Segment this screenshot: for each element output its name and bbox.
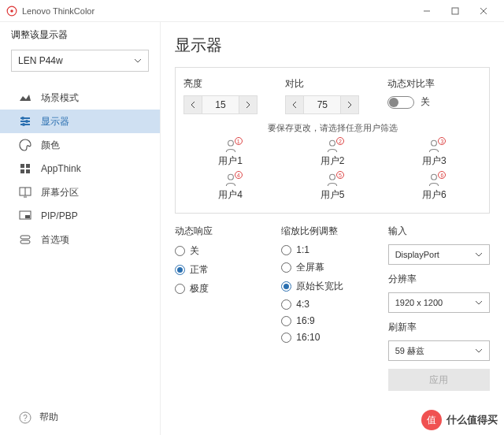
- user-preset-1[interactable]: 1用户1: [183, 139, 277, 168]
- sidebar-item-label: 显示器: [41, 115, 69, 128]
- svg-point-9: [21, 117, 24, 120]
- contrast-decrease-button[interactable]: [285, 95, 304, 114]
- chevron-down-icon: [475, 299, 483, 307]
- scaling-label: 缩放比例调整: [281, 225, 383, 238]
- brightness-stepper: 15: [183, 95, 277, 114]
- help-icon: ?: [19, 411, 32, 424]
- resolution-select[interactable]: 1920 x 1200: [388, 292, 490, 313]
- scaling-option[interactable]: 原始长宽比: [281, 280, 383, 293]
- radio-label: 16:9: [296, 315, 314, 326]
- sidebar-item-pip[interactable]: PIP/PBP: [0, 204, 160, 228]
- minimize-button[interactable]: [413, 0, 441, 22]
- radio-icon: [281, 316, 291, 326]
- sidebar-item-label: 场景模式: [41, 91, 79, 105]
- svg-rect-3: [452, 8, 458, 14]
- dynamic-option[interactable]: 关: [175, 244, 276, 258]
- radio-label: 1:1: [296, 244, 309, 255]
- user-icon: 5: [325, 173, 339, 187]
- resolution-label: 分辨率: [388, 273, 490, 286]
- scaling-option[interactable]: 1:1: [281, 244, 383, 255]
- input-select[interactable]: DisplayPort: [388, 244, 490, 265]
- user-icon: 6: [427, 173, 441, 187]
- appthink-icon: [19, 162, 32, 175]
- help-label: 帮助: [39, 411, 58, 424]
- contrast-increase-button[interactable]: [340, 95, 359, 114]
- svg-rect-13: [26, 164, 30, 168]
- titlebar: Lenovo ThinkColor: [0, 0, 504, 22]
- radio-label: 正常: [190, 263, 209, 277]
- radio-label: 原始长宽比: [296, 280, 343, 293]
- user-label: 用户3: [387, 154, 481, 168]
- dcr-label: 动态对比率: [387, 77, 481, 91]
- adjust-monitor-label: 调整该显示器: [0, 22, 160, 46]
- svg-point-10: [25, 120, 28, 123]
- user-preset-5[interactable]: 5用户5: [285, 173, 379, 202]
- preferences-icon: [19, 233, 32, 246]
- chevron-down-icon: [475, 347, 483, 355]
- contrast-value: 75: [304, 95, 340, 114]
- svg-rect-21: [20, 236, 30, 239]
- brightness-increase-button[interactable]: [239, 95, 258, 114]
- page-title: 显示器: [175, 35, 490, 56]
- contrast-label: 对比: [285, 77, 379, 91]
- user-preset-6[interactable]: 6用户6: [387, 173, 481, 202]
- input-label: 输入: [388, 225, 490, 238]
- sidebar-item-partition[interactable]: 屏幕分区: [0, 180, 160, 204]
- pip-icon: [19, 210, 32, 222]
- user-preset-2[interactable]: 2用户2: [285, 139, 379, 168]
- sidebar-item-display[interactable]: 显示器: [0, 110, 160, 133]
- save-hint: 要保存更改，请选择任意用户筛选: [183, 122, 481, 134]
- svg-rect-22: [20, 240, 30, 244]
- color-icon: [19, 139, 32, 151]
- scaling-option[interactable]: 16:10: [281, 332, 383, 343]
- monitor-select-value: LEN P44w: [18, 55, 63, 66]
- scaling-option[interactable]: 全屏幕: [281, 261, 383, 274]
- sidebar-item-appthink[interactable]: AppThink: [0, 157, 160, 180]
- svg-rect-20: [25, 215, 30, 218]
- resolution-value: 1920 x 1200: [395, 298, 443, 307]
- sidebar-item-color[interactable]: 颜色: [0, 133, 160, 157]
- sidebar-item-label: 首选项: [41, 233, 69, 247]
- user-label: 用户6: [387, 188, 481, 202]
- user-preset-3[interactable]: 3用户3: [387, 139, 481, 168]
- dcr-toggle[interactable]: [387, 96, 414, 109]
- help-link[interactable]: ? 帮助: [0, 400, 160, 435]
- user-icon: 2: [325, 139, 339, 153]
- svg-point-26: [330, 140, 335, 146]
- sidebar-item-label: PIP/PBP: [41, 210, 78, 221]
- sidebar-item-preferences[interactable]: 首选项: [0, 228, 160, 251]
- refresh-select[interactable]: 59 赫兹: [388, 340, 490, 361]
- svg-rect-14: [20, 169, 24, 173]
- apply-button[interactable]: 应用: [388, 369, 490, 391]
- top-panel: 亮度 15 对比 75 动态对比率: [175, 67, 490, 214]
- sidebar-item-scene[interactable]: 场景模式: [0, 86, 160, 110]
- radio-icon: [175, 265, 185, 275]
- svg-text:?: ?: [23, 414, 28, 422]
- brightness-label: 亮度: [183, 77, 277, 91]
- radio-icon: [281, 245, 291, 255]
- radio-icon: [281, 333, 291, 343]
- content: 显示器 亮度 15 对比 75: [161, 22, 504, 435]
- dynamic-option[interactable]: 极度: [175, 282, 276, 296]
- refresh-label: 刷新率: [388, 321, 490, 334]
- radio-icon: [281, 281, 291, 292]
- dynamic-option[interactable]: 正常: [175, 263, 276, 277]
- app-logo-icon: [6, 6, 17, 17]
- user-label: 用户1: [183, 154, 277, 168]
- svg-point-30: [432, 174, 437, 180]
- display-icon: [19, 115, 32, 128]
- brightness-decrease-button[interactable]: [183, 95, 202, 114]
- user-preset-4[interactable]: 4用户4: [183, 173, 277, 202]
- scaling-option[interactable]: 4:3: [281, 299, 383, 310]
- scene-icon: [19, 91, 32, 104]
- scaling-option[interactable]: 16:9: [281, 315, 383, 326]
- input-value: DisplayPort: [395, 250, 439, 259]
- user-label: 用户5: [285, 188, 379, 202]
- monitor-select[interactable]: LEN P44w: [11, 50, 149, 72]
- close-button[interactable]: [469, 0, 498, 22]
- svg-point-1: [10, 9, 13, 13]
- chevron-down-icon: [134, 57, 142, 65]
- sidebar: 调整该显示器 LEN P44w 场景模式 显示器 颜色 AppThink: [0, 22, 161, 435]
- maximize-button[interactable]: [441, 0, 469, 22]
- radio-label: 4:3: [296, 299, 309, 310]
